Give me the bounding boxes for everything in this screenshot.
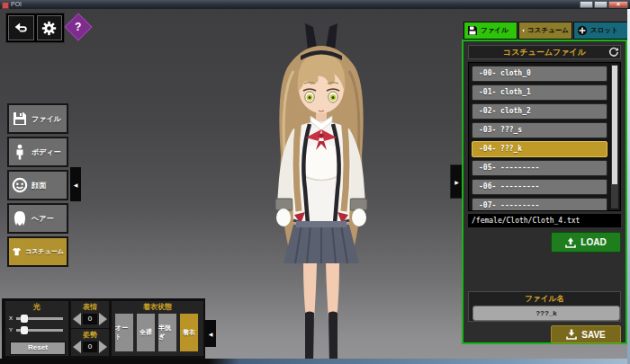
clothing-naked-button[interactable]: 全裸 <box>136 313 156 352</box>
top-toolbar <box>5 13 65 43</box>
sidebar-collapse-handle[interactable]: ◀ <box>70 167 81 201</box>
load-button[interactable]: LOAD <box>551 232 621 253</box>
list-item[interactable]: -07- --------- <box>472 198 608 211</box>
smiley-face-icon <box>12 177 28 193</box>
list-item[interactable]: -02- cloth_2 <box>472 103 608 120</box>
app-window: POI <box>0 0 630 364</box>
window-bottom-edge <box>0 359 630 364</box>
arrow-right-icon[interactable] <box>99 341 107 353</box>
chevron-left-icon: ◀ <box>74 182 78 188</box>
floppy-icon <box>12 111 28 127</box>
expression-stepper: 0 <box>72 312 108 326</box>
refresh-icon[interactable] <box>608 47 619 58</box>
download-icon <box>566 329 577 340</box>
slider-thumb[interactable] <box>21 315 28 323</box>
x-axis-label: X <box>9 315 14 323</box>
load-label: LOAD <box>580 237 606 247</box>
plus-circle-icon <box>577 25 588 36</box>
character-render <box>254 21 389 364</box>
tab-slot[interactable]: スロット <box>573 22 629 40</box>
expression-section: 表情 0 <box>71 301 109 328</box>
light-section: 光 X Y Reset <box>5 301 68 356</box>
costume-file-list: -00- cloth_0 -01- cloth_1 -02- cloth_2 -… <box>468 62 621 211</box>
sidebar-item-face[interactable]: 顔面 <box>7 170 68 200</box>
filename-section: ファイル名 <box>468 291 621 322</box>
filename-label: ファイル名 <box>469 294 620 305</box>
arrow-right-icon[interactable] <box>99 313 107 325</box>
light-x-slider[interactable]: X <box>9 315 63 323</box>
gear-icon <box>41 21 57 36</box>
tab-label: ファイル <box>481 26 508 35</box>
expression-label: 表情 <box>71 301 109 311</box>
bottom-control-panel: 光 X Y Reset 表情 0 姿勢 0 <box>2 298 205 359</box>
clothing-state-buttons: オート 全裸 半脱ぎ 着衣 <box>114 313 199 352</box>
list-item[interactable]: -01- cloth_1 <box>472 84 608 101</box>
pose-stepper: 0 <box>72 340 108 354</box>
expression-value: 0 <box>83 314 97 324</box>
app-icon <box>2 2 9 9</box>
light-y-slider[interactable]: Y <box>9 326 63 334</box>
settings-button[interactable] <box>37 15 63 40</box>
list-scrollbar[interactable] <box>611 65 618 209</box>
chevron-left-icon: ◀ <box>209 331 213 337</box>
filename-input[interactable] <box>472 306 620 321</box>
slider-track[interactable] <box>16 329 63 332</box>
clothing-half-button[interactable]: 半脱ぎ <box>158 313 177 352</box>
pose-section: 姿勢 0 <box>71 329 109 356</box>
sidebar-item-hair[interactable]: ヘアー <box>7 203 68 234</box>
bottom-panel-collapse-handle[interactable]: ◀ <box>205 320 216 347</box>
sidebar-item-file[interactable]: ファイル <box>7 103 68 134</box>
reset-button[interactable]: Reset <box>10 342 66 355</box>
tab-file[interactable]: ファイル <box>464 22 518 40</box>
slider-track[interactable] <box>16 317 63 320</box>
sidebar-item-label: 顔面 <box>32 181 46 191</box>
pose-value: 0 <box>83 342 97 352</box>
sidebar-item-label: ヘアー <box>32 214 53 224</box>
file-path: /female/Cloth/Cloth_4.txt <box>468 214 621 227</box>
back-button[interactable] <box>8 15 34 40</box>
pose-label: 姿勢 <box>71 329 109 339</box>
sidebar-item-label: コスチューム <box>25 247 64 256</box>
maximize-button[interactable] <box>594 1 608 8</box>
tab-costume[interactable]: コスチューム <box>518 22 572 40</box>
clothing-state-label: 着衣状態 <box>112 301 203 311</box>
clothing-auto-button[interactable]: オート <box>114 313 134 352</box>
list-item[interactable]: -06- --------- <box>472 179 608 195</box>
tab-label: スロット <box>590 26 618 35</box>
arrow-left-icon[interactable] <box>73 341 81 353</box>
list-item[interactable]: -03- ???_s <box>472 122 608 138</box>
chevron-right-icon: ▶ <box>454 179 459 185</box>
list-title: コスチュームファイル <box>503 47 586 58</box>
light-label: 光 <box>5 301 68 311</box>
window-titlebar: POI <box>0 0 630 9</box>
minimize-button[interactable] <box>580 1 593 8</box>
sidebar-item-label: ファイル <box>32 114 61 124</box>
hair-icon <box>12 210 28 226</box>
return-icon <box>13 20 29 36</box>
list-item[interactable]: -00- cloth_0 <box>472 66 608 82</box>
sidebar-item-label: ボディー <box>32 147 61 157</box>
file-panel: コスチュームファイル -00- cloth_0 -01- cloth_1 -02… <box>462 40 627 344</box>
scrollbar-thumb[interactable] <box>612 66 617 184</box>
floppy-icon <box>467 25 478 36</box>
save-button[interactable]: SAVE <box>551 325 621 343</box>
person-icon <box>12 144 28 160</box>
tab-label: コスチューム <box>527 26 569 35</box>
list-item-selected[interactable]: -04- ???_k <box>472 141 608 157</box>
shirt-icon <box>522 25 525 36</box>
sidebar-item-costume[interactable]: コスチューム <box>7 236 68 267</box>
sidebar-item-body[interactable]: ボディー <box>7 137 68 167</box>
arrow-left-icon[interactable] <box>73 313 81 325</box>
window-title: POI <box>11 1 22 8</box>
slider-thumb[interactable] <box>21 326 28 334</box>
right-panel-tabs: ファイル コスチューム スロット <box>464 22 629 40</box>
list-item[interactable]: -05- --------- <box>472 160 608 176</box>
window-controls <box>580 1 628 8</box>
close-button[interactable] <box>608 1 628 8</box>
shirt-icon <box>12 244 22 260</box>
clothing-dressed-button[interactable]: 着衣 <box>179 313 199 352</box>
question-mark-icon: ? <box>75 21 81 33</box>
upload-icon <box>565 237 576 248</box>
costume-file-header: コスチュームファイル <box>468 45 621 59</box>
clothing-state-section: 着衣状態 オート 全裸 半脱ぎ 着衣 <box>112 301 203 356</box>
